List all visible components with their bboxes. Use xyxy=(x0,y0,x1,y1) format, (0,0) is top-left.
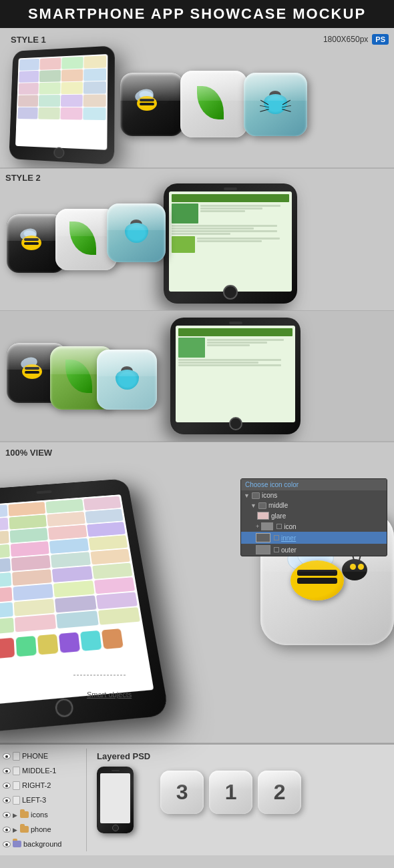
view100-section: 100% VIEW xyxy=(0,442,394,743)
phone-screen-middle xyxy=(176,326,295,422)
bug-icon-style2 xyxy=(107,203,166,273)
dimensions-label: 1800X650px xyxy=(323,35,368,44)
layer-row-phone2: ▶ phone xyxy=(0,822,86,837)
bottom-panel: PHONE MIDDLE-1 RIGHT-2 LEFT-3 ▶ icons ▶ xyxy=(0,743,394,855)
bug-icon-middle xyxy=(97,350,157,410)
smart-objects-label: Smart objects xyxy=(87,691,132,699)
arrow-icon-phone2: ▶ xyxy=(13,827,18,832)
eye-icon-left3[interactable] xyxy=(3,797,11,803)
layers-panel-title: Choose icon color xyxy=(241,479,387,490)
layer-row-glare: glare xyxy=(241,510,387,521)
layer-phone2-label: phone xyxy=(31,825,51,833)
layer-row-icons: ▼ icons xyxy=(241,490,387,500)
file-icon-left3 xyxy=(13,796,20,805)
layer-icons2-label: icons xyxy=(31,811,48,819)
eye-icon-background[interactable] xyxy=(3,841,11,847)
phone-mockup-middle xyxy=(170,318,301,434)
phone-angled xyxy=(0,478,170,735)
folder-icon-phone2 xyxy=(20,826,29,833)
layers-panel: Choose icon color ▼ icons ▼ middle glare xyxy=(240,478,387,556)
file-icon-middle1 xyxy=(13,767,20,775)
folder-icon-background xyxy=(13,841,21,847)
style1-section: STYLE 1 1800X650px PS xyxy=(0,28,394,167)
layer-left3-label: LEFT-3 xyxy=(22,796,46,804)
bug-icon-teal xyxy=(244,73,307,136)
leaf-icon-light xyxy=(180,71,247,137)
layer-row-left3: LEFT-3 xyxy=(0,793,86,807)
bottom-right: Layered PSD 3 1 2 xyxy=(90,749,394,836)
number-icon-1: 1 xyxy=(209,771,252,814)
style1-label: STYLE 1 xyxy=(5,32,51,46)
eye-icon-right2[interactable] xyxy=(3,783,11,789)
layer-row-background: background xyxy=(0,837,86,851)
style2-label: STYLE 2 xyxy=(0,170,46,184)
phone-mockup-style2 xyxy=(164,183,297,304)
app-icons-style2-stacked xyxy=(7,214,154,273)
layer-row-inner[interactable]: inner xyxy=(241,532,387,544)
layer-row-phone: PHONE xyxy=(0,749,86,763)
eye-icon-middle1[interactable] xyxy=(3,768,11,774)
layers-list: PHONE MIDDLE-1 RIGHT-2 LEFT-3 ▶ icons ▶ xyxy=(0,749,87,851)
phone-screen-style2 xyxy=(169,191,292,292)
eye-icon-icons2[interactable] xyxy=(3,812,11,818)
layer-row-middle1: MIDDLE-1 xyxy=(0,763,86,778)
layer-background-label: background xyxy=(23,840,62,848)
layer-row-right2: RIGHT-2 xyxy=(0,778,86,793)
layer-row-outer: outer xyxy=(241,544,387,556)
header: SMARTPHONE APP SHOWCASE MOCKUP xyxy=(0,0,394,28)
number-icons: 3 1 2 xyxy=(160,771,301,814)
layer-middle1-label: MIDDLE-1 xyxy=(22,767,56,775)
layer-right2-label: RIGHT-2 xyxy=(22,781,51,789)
layer-row-icon: + icon xyxy=(241,521,387,532)
bee-icon-dark xyxy=(120,73,184,136)
ps-badge: PS xyxy=(372,34,389,45)
phone-mockup-style1 xyxy=(9,45,115,165)
mini-phone xyxy=(97,767,134,833)
layer-row-middle: ▼ middle xyxy=(241,500,387,510)
layered-psd-label: Layered PSD xyxy=(97,751,150,761)
style2-section: STYLE 2 xyxy=(0,168,394,310)
phone-screen-style1 xyxy=(15,54,108,150)
app-icons-middle xyxy=(7,343,160,410)
phone-angled-screen xyxy=(0,494,154,706)
mini-phone-screen xyxy=(100,773,130,823)
file-icon-right2 xyxy=(13,781,20,790)
layer-phone-label: PHONE xyxy=(22,752,48,760)
middle-section xyxy=(0,310,394,441)
file-icon-phone xyxy=(13,752,20,761)
number-icon-2: 2 xyxy=(258,771,301,814)
layer-row-icons2: ▶ icons xyxy=(0,807,86,822)
eye-icon-phone2[interactable] xyxy=(3,827,11,833)
arrow-icon-icons2: ▶ xyxy=(13,812,18,817)
number-icon-3: 3 xyxy=(160,771,204,814)
eye-icon-phone[interactable] xyxy=(3,753,11,759)
app-icons-style1 xyxy=(120,71,307,137)
folder-icon-icons2 xyxy=(20,811,29,818)
page-title: SMARTPHONE APP SHOWCASE MOCKUP xyxy=(0,5,394,23)
